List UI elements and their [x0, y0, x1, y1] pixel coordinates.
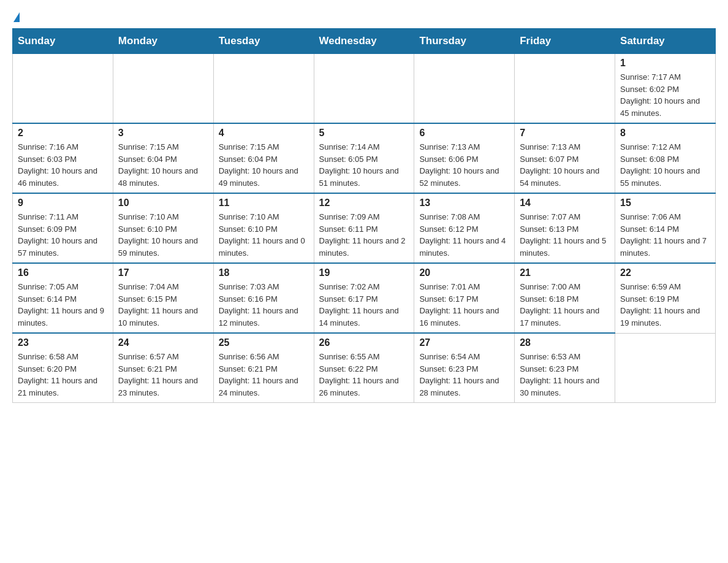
calendar-cell: 22Sunrise: 6:59 AM Sunset: 6:19 PM Dayli…	[615, 263, 716, 333]
calendar-cell	[13, 54, 113, 124]
day-info: Sunrise: 6:54 AM Sunset: 6:23 PM Dayligh…	[419, 351, 509, 399]
day-number: 28	[520, 337, 610, 348]
day-header-monday: Monday	[113, 29, 213, 54]
calendar-cell: 18Sunrise: 7:03 AM Sunset: 6:16 PM Dayli…	[213, 263, 314, 333]
day-header-sunday: Sunday	[13, 29, 113, 54]
day-header-saturday: Saturday	[615, 29, 716, 54]
day-info: Sunrise: 7:10 AM Sunset: 6:10 PM Dayligh…	[118, 211, 208, 259]
calendar-cell	[113, 54, 213, 124]
calendar-cell	[213, 54, 314, 124]
day-number: 17	[118, 267, 208, 278]
day-info: Sunrise: 7:13 AM Sunset: 6:06 PM Dayligh…	[419, 141, 509, 189]
calendar-header-row: SundayMondayTuesdayWednesdayThursdayFrid…	[13, 29, 716, 54]
calendar-cell: 8Sunrise: 7:12 AM Sunset: 6:08 PM Daylig…	[615, 123, 716, 193]
day-number: 7	[520, 128, 610, 139]
day-number: 20	[419, 267, 509, 278]
day-info: Sunrise: 6:56 AM Sunset: 6:21 PM Dayligh…	[219, 351, 309, 399]
day-info: Sunrise: 7:01 AM Sunset: 6:17 PM Dayligh…	[419, 281, 509, 329]
calendar-cell	[615, 333, 716, 403]
calendar-cell: 10Sunrise: 7:10 AM Sunset: 6:10 PM Dayli…	[113, 193, 213, 263]
calendar-week-2: 2Sunrise: 7:16 AM Sunset: 6:03 PM Daylig…	[13, 123, 716, 193]
day-number: 19	[319, 267, 409, 278]
calendar-week-5: 23Sunrise: 6:58 AM Sunset: 6:20 PM Dayli…	[13, 333, 716, 403]
day-number: 11	[219, 197, 309, 209]
calendar-cell: 9Sunrise: 7:11 AM Sunset: 6:09 PM Daylig…	[13, 193, 113, 263]
day-number: 8	[620, 128, 710, 139]
calendar-cell	[414, 54, 515, 124]
calendar-week-3: 9Sunrise: 7:11 AM Sunset: 6:09 PM Daylig…	[13, 193, 716, 263]
calendar-cell: 13Sunrise: 7:08 AM Sunset: 6:12 PM Dayli…	[414, 193, 515, 263]
day-info: Sunrise: 7:00 AM Sunset: 6:18 PM Dayligh…	[520, 281, 610, 329]
calendar-cell: 3Sunrise: 7:15 AM Sunset: 6:04 PM Daylig…	[113, 123, 213, 193]
day-info: Sunrise: 7:02 AM Sunset: 6:17 PM Dayligh…	[319, 281, 409, 329]
day-info: Sunrise: 7:13 AM Sunset: 6:07 PM Dayligh…	[520, 141, 610, 189]
day-info: Sunrise: 6:58 AM Sunset: 6:20 PM Dayligh…	[18, 351, 108, 399]
day-number: 13	[419, 197, 509, 209]
day-number: 25	[219, 337, 309, 348]
day-number: 5	[319, 128, 409, 139]
calendar-cell: 15Sunrise: 7:06 AM Sunset: 6:14 PM Dayli…	[615, 193, 716, 263]
calendar-week-1: 1Sunrise: 7:17 AM Sunset: 6:02 PM Daylig…	[13, 54, 716, 124]
calendar-cell: 17Sunrise: 7:04 AM Sunset: 6:15 PM Dayli…	[113, 263, 213, 333]
day-info: Sunrise: 7:09 AM Sunset: 6:11 PM Dayligh…	[319, 211, 409, 259]
day-info: Sunrise: 7:03 AM Sunset: 6:16 PM Dayligh…	[219, 281, 309, 329]
day-info: Sunrise: 7:08 AM Sunset: 6:12 PM Dayligh…	[419, 211, 509, 259]
calendar-week-4: 16Sunrise: 7:05 AM Sunset: 6:14 PM Dayli…	[13, 263, 716, 333]
day-number: 16	[18, 267, 108, 278]
day-number: 10	[118, 197, 208, 209]
day-number: 26	[319, 337, 409, 348]
day-info: Sunrise: 6:59 AM Sunset: 6:19 PM Dayligh…	[620, 281, 710, 329]
day-info: Sunrise: 7:15 AM Sunset: 6:04 PM Dayligh…	[118, 141, 208, 189]
day-info: Sunrise: 7:05 AM Sunset: 6:14 PM Dayligh…	[18, 281, 108, 329]
calendar-cell: 16Sunrise: 7:05 AM Sunset: 6:14 PM Dayli…	[13, 263, 113, 333]
logo	[12, 12, 20, 22]
logo-triangle-icon	[13, 12, 20, 22]
day-number: 15	[620, 197, 710, 209]
day-number: 3	[118, 128, 208, 139]
day-number: 14	[520, 197, 610, 209]
calendar-cell: 4Sunrise: 7:15 AM Sunset: 6:04 PM Daylig…	[213, 123, 314, 193]
calendar-cell: 14Sunrise: 7:07 AM Sunset: 6:13 PM Dayli…	[515, 193, 615, 263]
day-number: 23	[18, 337, 108, 348]
calendar-cell: 26Sunrise: 6:55 AM Sunset: 6:22 PM Dayli…	[314, 333, 414, 403]
day-header-tuesday: Tuesday	[213, 29, 314, 54]
page-header	[12, 12, 716, 22]
day-info: Sunrise: 7:17 AM Sunset: 6:02 PM Dayligh…	[620, 71, 710, 119]
calendar-cell: 6Sunrise: 7:13 AM Sunset: 6:06 PM Daylig…	[414, 123, 515, 193]
calendar-cell	[314, 54, 414, 124]
day-number: 21	[520, 267, 610, 278]
day-header-thursday: Thursday	[414, 29, 515, 54]
day-number: 27	[419, 337, 509, 348]
calendar-cell: 1Sunrise: 7:17 AM Sunset: 6:02 PM Daylig…	[615, 54, 716, 124]
day-number: 22	[620, 267, 710, 278]
day-info: Sunrise: 7:12 AM Sunset: 6:08 PM Dayligh…	[620, 141, 710, 189]
calendar-cell: 2Sunrise: 7:16 AM Sunset: 6:03 PM Daylig…	[13, 123, 113, 193]
calendar-cell: 28Sunrise: 6:53 AM Sunset: 6:23 PM Dayli…	[515, 333, 615, 403]
day-info: Sunrise: 7:07 AM Sunset: 6:13 PM Dayligh…	[520, 211, 610, 259]
day-info: Sunrise: 7:04 AM Sunset: 6:15 PM Dayligh…	[118, 281, 208, 329]
day-number: 12	[319, 197, 409, 209]
day-number: 6	[419, 128, 509, 139]
day-info: Sunrise: 7:06 AM Sunset: 6:14 PM Dayligh…	[620, 211, 710, 259]
calendar-cell: 11Sunrise: 7:10 AM Sunset: 6:10 PM Dayli…	[213, 193, 314, 263]
day-info: Sunrise: 6:55 AM Sunset: 6:22 PM Dayligh…	[319, 351, 409, 399]
day-number: 24	[118, 337, 208, 348]
calendar-cell: 12Sunrise: 7:09 AM Sunset: 6:11 PM Dayli…	[314, 193, 414, 263]
calendar-cell: 20Sunrise: 7:01 AM Sunset: 6:17 PM Dayli…	[414, 263, 515, 333]
day-number: 4	[219, 128, 309, 139]
day-info: Sunrise: 7:16 AM Sunset: 6:03 PM Dayligh…	[18, 141, 108, 189]
calendar-cell: 23Sunrise: 6:58 AM Sunset: 6:20 PM Dayli…	[13, 333, 113, 403]
day-number: 9	[18, 197, 108, 209]
day-number: 1	[620, 58, 710, 69]
calendar-cell	[515, 54, 615, 124]
calendar-cell: 7Sunrise: 7:13 AM Sunset: 6:07 PM Daylig…	[515, 123, 615, 193]
calendar-cell: 24Sunrise: 6:57 AM Sunset: 6:21 PM Dayli…	[113, 333, 213, 403]
day-info: Sunrise: 7:11 AM Sunset: 6:09 PM Dayligh…	[18, 211, 108, 259]
calendar-table: SundayMondayTuesdayWednesdayThursdayFrid…	[12, 28, 716, 403]
calendar-cell: 19Sunrise: 7:02 AM Sunset: 6:17 PM Dayli…	[314, 263, 414, 333]
calendar-cell: 21Sunrise: 7:00 AM Sunset: 6:18 PM Dayli…	[515, 263, 615, 333]
day-info: Sunrise: 7:10 AM Sunset: 6:10 PM Dayligh…	[219, 211, 309, 259]
calendar-cell: 25Sunrise: 6:56 AM Sunset: 6:21 PM Dayli…	[213, 333, 314, 403]
day-header-friday: Friday	[515, 29, 615, 54]
day-info: Sunrise: 6:57 AM Sunset: 6:21 PM Dayligh…	[118, 351, 208, 399]
